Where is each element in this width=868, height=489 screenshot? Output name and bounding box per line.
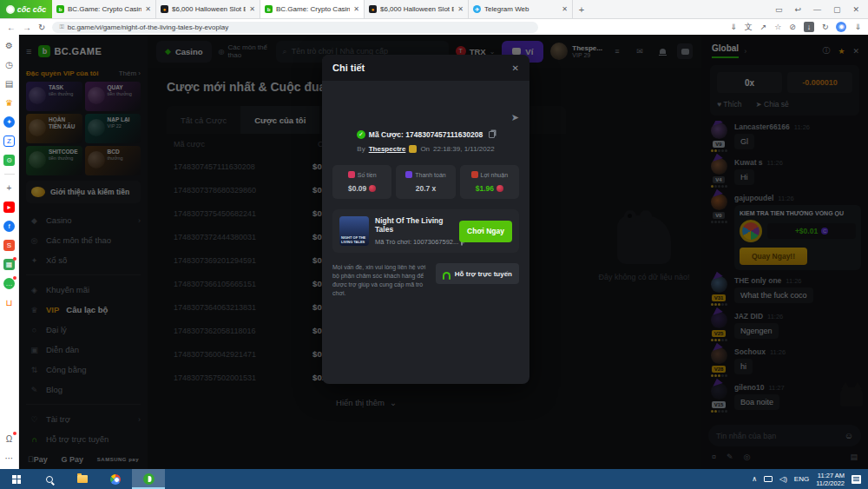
bookmark-star-icon[interactable]: ☆ bbox=[774, 23, 781, 31]
gamepad-icon[interactable]: ⊙ bbox=[3, 155, 15, 166]
reader-mode-icon[interactable]: ▭ bbox=[775, 5, 783, 14]
clock[interactable]: 11:27 AM 11/2/2022 bbox=[816, 472, 845, 487]
browser-toolbar: ← → ↻ ⚿ bc.game/vi/game/night-of-the-liv… bbox=[0, 19, 868, 35]
share-icon[interactable]: ➤ bbox=[511, 112, 519, 123]
play-now-button[interactable]: Chơi Ngay bbox=[459, 221, 512, 242]
stat-thanh-toán: Thanh toán20.7 x bbox=[396, 165, 455, 199]
bcgame-favicon: b bbox=[265, 5, 273, 13]
rewards-icon[interactable]: ▦ bbox=[3, 259, 15, 270]
close-icon[interactable]: ✕ bbox=[512, 63, 519, 73]
add-icon[interactable]: + bbox=[3, 182, 15, 194]
bettor-username-link[interactable]: Thespectre bbox=[369, 145, 406, 153]
notification-dot bbox=[13, 276, 16, 280]
stat-icon bbox=[471, 171, 478, 178]
reload-icon[interactable]: ↻ bbox=[38, 23, 45, 32]
maximize-icon[interactable]: ▢ bbox=[833, 5, 841, 14]
halloween-favicon: ● bbox=[161, 5, 168, 13]
tab-title: $6,000 Halloween Slot Battle bbox=[380, 5, 454, 13]
extensions-icon[interactable]: ↻ bbox=[822, 23, 829, 31]
browser-logo[interactable]: cốc cốc bbox=[0, 0, 52, 18]
telegram-favicon: ✈ bbox=[473, 5, 481, 13]
language-indicator[interactable]: ENG bbox=[794, 475, 809, 483]
action-center-icon[interactable] bbox=[852, 475, 861, 484]
stat-label: Lợi nhuận bbox=[481, 172, 508, 178]
stat-value: 20.7 x bbox=[399, 184, 451, 193]
file-explorer-button[interactable] bbox=[66, 469, 99, 489]
zalo-icon[interactable]: Z bbox=[3, 135, 15, 147]
reading-list-icon[interactable]: ▤ bbox=[3, 78, 15, 89]
game-title: Night Of The Living Tales bbox=[375, 216, 453, 234]
game-thumbnail[interactable]: NIGHT OF THE LIVING TALES bbox=[339, 216, 369, 246]
folder-icon bbox=[77, 475, 88, 483]
coccoc-logo-icon bbox=[6, 5, 15, 14]
messenger-icon[interactable]: ✦ bbox=[3, 116, 15, 128]
windows-icon bbox=[12, 475, 21, 484]
live-support-button[interactable]: Hỗ trợ trực tuyến bbox=[436, 263, 519, 284]
tab-close-icon[interactable]: ✕ bbox=[562, 5, 568, 13]
crown-icon[interactable]: ♛ bbox=[3, 97, 15, 109]
trx-coin-icon bbox=[496, 185, 503, 192]
taskbar-search-button[interactable] bbox=[33, 469, 66, 489]
chat-app-icon[interactable]: … bbox=[3, 278, 15, 289]
coccoc-icon bbox=[143, 473, 155, 485]
translate-icon[interactable]: 文 bbox=[745, 22, 753, 33]
youtube-icon[interactable]: ▸ bbox=[3, 202, 15, 213]
save-page-icon[interactable]: ⇓ bbox=[730, 23, 737, 31]
emoji-badge bbox=[409, 145, 417, 153]
bet-id-value: 1748307457111630208 bbox=[405, 130, 483, 139]
notification-dot bbox=[13, 257, 16, 261]
browser-tab[interactable]: bBC.Game: Crypto Casino Gan✕ bbox=[260, 0, 365, 18]
stat-value: $0.09 bbox=[336, 184, 388, 193]
bet-datetime: 22:18:39, 1/11/2022 bbox=[433, 145, 495, 153]
send-to-device-icon[interactable]: ↩ bbox=[794, 5, 801, 14]
browser-tab[interactable]: ●$6,000 Halloween Slot Battle✕ bbox=[365, 0, 469, 18]
download-icon[interactable]: ↓ bbox=[804, 22, 814, 32]
downloads-tray-icon[interactable]: ⇓ bbox=[854, 23, 861, 31]
network-icon[interactable] bbox=[764, 476, 773, 482]
tray-expand-icon[interactable]: ∧ bbox=[752, 475, 757, 483]
minimize-icon[interactable]: — bbox=[813, 5, 821, 14]
tab-title: $6,000 Halloween Slot Battle bbox=[172, 5, 246, 13]
new-tab-button[interactable]: + bbox=[573, 0, 590, 18]
tab-close-icon[interactable]: ✕ bbox=[457, 5, 464, 13]
tab-title: BC.Game: Crypto Casino Gan bbox=[276, 5, 350, 13]
facebook-icon[interactable]: f bbox=[3, 221, 15, 232]
volume-icon[interactable]: ◁) bbox=[779, 475, 787, 483]
support-note: Mọi vấn đề, xin vui lòng liên hệ với bộ … bbox=[332, 263, 429, 298]
tab-close-icon[interactable]: ✕ bbox=[145, 5, 151, 13]
settings-icon[interactable]: ⚙ bbox=[3, 40, 15, 51]
stat-value: $1.96 bbox=[464, 184, 516, 193]
back-icon[interactable]: ← bbox=[7, 23, 16, 32]
browser-tab[interactable]: bBC.Game: Crypto Casino Gan✕ bbox=[52, 0, 156, 18]
coccoc-button[interactable] bbox=[132, 469, 165, 489]
copy-icon[interactable] bbox=[489, 131, 495, 138]
notification-dot bbox=[13, 432, 16, 435]
address-bar[interactable]: ⚿ bc.game/vi/game/night-of-the-living-ta… bbox=[52, 22, 538, 33]
forward-icon[interactable]: → bbox=[23, 23, 31, 32]
browser-tab[interactable]: ✈Telegram Web✕ bbox=[469, 0, 573, 18]
stat-lợi-nhuận: Lợi nhuận$1.96 bbox=[460, 165, 519, 199]
trx-coin-icon bbox=[369, 185, 376, 192]
profile-icon[interactable]: ◉ bbox=[836, 22, 846, 32]
stat-số-tiền: Số tiền$0.09 bbox=[332, 165, 391, 199]
more-icon[interactable]: ⋯ bbox=[3, 453, 15, 464]
tab-close-icon[interactable]: ✕ bbox=[249, 5, 255, 13]
share-icon[interactable]: ↗ bbox=[760, 23, 767, 31]
modal-title: Chi tiết bbox=[332, 63, 365, 73]
start-button[interactable] bbox=[0, 469, 33, 489]
tab-title: BC.Game: Crypto Casino Gan bbox=[68, 5, 141, 13]
chrome-button[interactable] bbox=[99, 469, 132, 489]
bcgame-favicon: b bbox=[56, 5, 64, 13]
close-icon[interactable]: ✕ bbox=[852, 5, 859, 14]
windows-taskbar: ∧ ◁) ENG 11:27 AM 11/2/2022 bbox=[0, 469, 868, 489]
adblock-icon[interactable]: ⊘ bbox=[789, 23, 796, 31]
on-label: On bbox=[420, 145, 430, 153]
browser-brand-label: cốc cốc bbox=[17, 5, 47, 14]
history-icon[interactable]: ◷ bbox=[3, 59, 15, 70]
tab-close-icon[interactable]: ✕ bbox=[353, 5, 359, 13]
notifications-icon[interactable]: Ω bbox=[3, 433, 15, 445]
search-icon bbox=[46, 476, 53, 483]
shopee-icon[interactable]: S bbox=[3, 240, 15, 251]
browser-tab[interactable]: ●$6,000 Halloween Slot Battle✕ bbox=[156, 0, 260, 18]
cart-icon[interactable]: ⊔ bbox=[3, 297, 15, 308]
